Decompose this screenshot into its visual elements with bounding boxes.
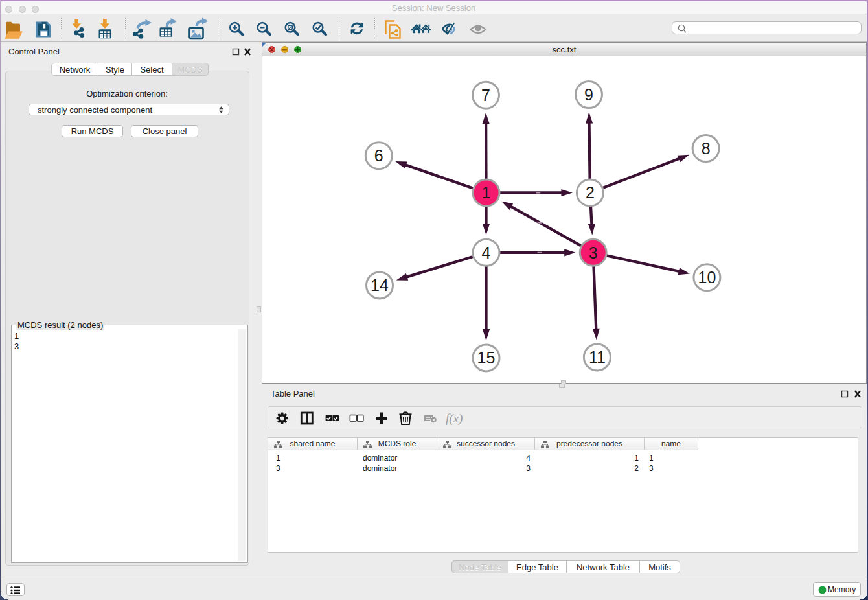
svg-text:1: 1 [482,183,491,202]
svg-text:11: 11 [589,348,606,366]
svg-text:7: 7 [481,86,490,104]
svg-text:2: 2 [586,183,595,202]
svg-text:15: 15 [477,349,496,367]
svg-text:10: 10 [698,268,716,286]
svg-text:3: 3 [589,244,598,262]
svg-text:f(x): f(x) [446,411,463,426]
svg-text:9: 9 [584,86,593,104]
svg-text:8: 8 [702,139,711,157]
svg-text:6: 6 [374,146,383,165]
svg-text:4: 4 [482,244,491,262]
svg-text:14: 14 [371,276,389,294]
